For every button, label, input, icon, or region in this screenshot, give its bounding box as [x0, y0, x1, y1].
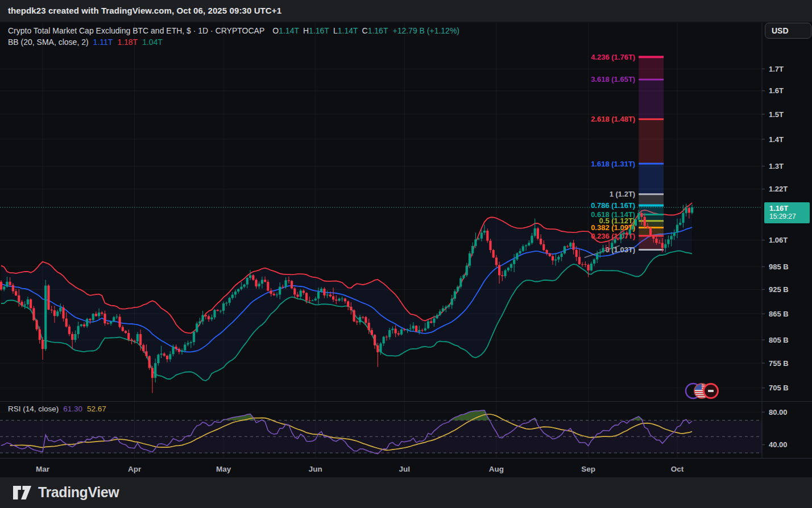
tradingview-logo-icon — [13, 485, 32, 501]
price-axis[interactable] — [762, 23, 812, 458]
tradingview-logo[interactable]: TradingView — [13, 484, 119, 501]
chart-plot-area[interactable] — [0, 23, 762, 401]
footer-bar: TradingView — [0, 477, 812, 508]
chart-widget: 0 (1.03T)0.236 (1.07T)0.382 (1.09T)0.5 (… — [0, 23, 812, 477]
tradingview-snapshot-page: thepdk23 created with TradingView.com, O… — [0, 0, 812, 508]
attribution-bar: thepdk23 created with TradingView.com, O… — [0, 0, 812, 22]
time-axis[interactable] — [0, 458, 762, 477]
rsi-pane[interactable] — [0, 402, 762, 458]
tradingview-logo-text: TradingView — [38, 484, 119, 501]
attribution-text: thepdk23 created with TradingView.com, O… — [8, 6, 281, 15]
